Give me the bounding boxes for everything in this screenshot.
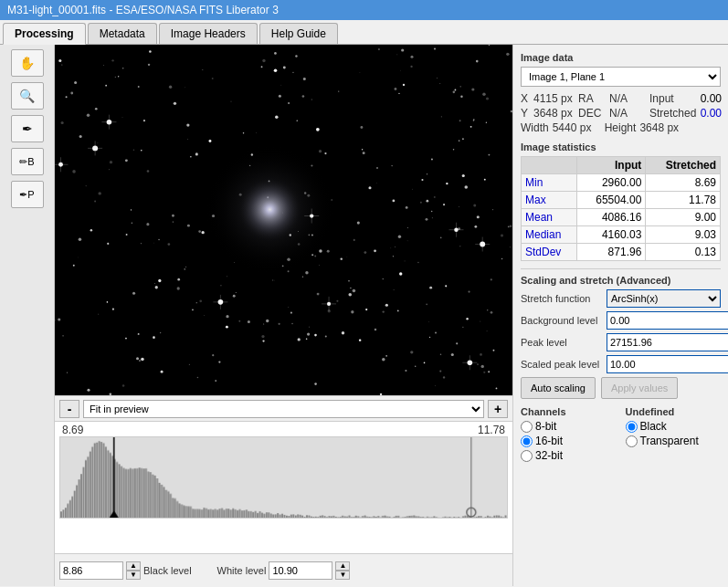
stretch-function-label: Stretch function <box>521 293 603 304</box>
image-selector-row: Image 1, Plane 1 <box>521 67 721 87</box>
image-view[interactable] <box>55 45 512 395</box>
divider-1 <box>521 268 721 269</box>
stats-header-input: Input <box>577 157 646 174</box>
undefined-black-label: Black <box>640 420 667 433</box>
x-type: RA <box>578 92 606 105</box>
white-level-input[interactable]: 10.90 <box>269 561 332 580</box>
white-level-spinner: ▲ ▼ <box>335 561 350 580</box>
zoom-tool-button[interactable]: 🔍 <box>11 82 44 110</box>
x-coord-row: X 4115 px RA N/A Input 0.00 <box>521 92 721 105</box>
histogram-labels: 8.69 11.78 <box>55 424 512 436</box>
peak-level-input[interactable] <box>607 333 728 351</box>
undefined-title: Undefined <box>626 406 722 417</box>
width-value: 5440 px <box>553 121 594 134</box>
title-bar: M31-light_00001.fits - ESA/ESO/NASA FITS… <box>0 0 728 20</box>
apply-values-button[interactable]: Apply values <box>601 377 678 399</box>
scaling-title: Scaling and stretch (Advanced) <box>521 275 721 286</box>
hand-tool-button[interactable]: ✋ <box>11 49 44 77</box>
stats-header-label <box>522 157 577 174</box>
black-level-down[interactable]: ▼ <box>126 571 141 580</box>
channel-16bit-radio[interactable] <box>521 435 533 447</box>
histogram-panel: 8.69 11.78 <box>55 421 512 553</box>
scaled-peak-row: Scaled peak level <box>521 355 721 373</box>
tab-bar: Processing Metadata Image Headers Help G… <box>0 20 728 45</box>
stats-table: Input Stretched Min 2960.00 8.69 Max 655… <box>521 156 721 261</box>
tab-metadata[interactable]: Metadata <box>88 23 157 44</box>
black-level-spinner: ▲ ▼ <box>126 561 141 580</box>
stats-row: Min 2960.00 8.69 <box>522 174 721 192</box>
pen-tool-button[interactable]: ✒P <box>11 181 44 208</box>
y-coord-row: Y 3648 px DEC N/A Stretched 0.00 <box>521 107 721 120</box>
channel-32bit-radio[interactable] <box>521 450 533 462</box>
y-value: 3648 px <box>533 107 575 120</box>
white-level-up[interactable]: ▲ <box>335 561 350 571</box>
eyedropper-tool-button[interactable]: ✒ <box>11 115 44 142</box>
background-level-input[interactable] <box>607 311 728 330</box>
window-title: M31-light_00001.fits - ESA/ESO/NASA FITS… <box>7 4 279 16</box>
channel-8bit-label: 8-bit <box>535 420 556 433</box>
scaled-peak-input[interactable] <box>607 355 728 373</box>
image-data-title: Image data <box>521 52 721 63</box>
histogram-canvas <box>60 437 507 518</box>
undefined-transparent-label: Transparent <box>640 435 699 447</box>
undefined-group: Undefined Black Transparent <box>626 406 722 464</box>
stats-row: Median 4160.03 9.03 <box>522 226 721 244</box>
right-panel: Image data Image 1, Plane 1 X 4115 px RA… <box>513 45 728 586</box>
x-value: 4115 px <box>533 92 575 105</box>
channel-16bit-label: 16-bit <box>535 435 563 447</box>
pencil-tool-button[interactable]: ✏B <box>11 148 44 175</box>
action-row: Auto scaling Apply values <box>521 377 721 399</box>
black-level-input[interactable]: 8.86 <box>59 561 123 580</box>
left-toolbar: ✋ 🔍 ✒ ✏B ✒P <box>0 45 55 586</box>
undefined-transparent-radio[interactable] <box>626 435 638 447</box>
stats-cell-input: 2960.00 <box>577 174 646 192</box>
stats-cell-label: StdDev <box>522 244 577 261</box>
image-panel: - Fit in preview 25% 50% 100% 200% + 8.6… <box>55 45 513 586</box>
stats-cell-input: 871.96 <box>577 244 646 261</box>
zoom-out-button[interactable]: - <box>59 400 79 418</box>
channels-group: Channels 8-bit 16-bit 32-bit <box>521 406 617 464</box>
star-canvas <box>55 45 512 395</box>
channel-32bit-item: 32-bit <box>521 449 617 462</box>
zoom-select[interactable]: Fit in preview 25% 50% 100% 200% <box>83 400 484 418</box>
black-level-group: 8.86 ▲ ▼ Black level <box>59 561 192 580</box>
y-mode: Stretched <box>649 107 686 120</box>
x-status: N/A <box>609 92 646 105</box>
height-value: 3648 px <box>639 121 681 134</box>
width-label: Width <box>521 121 549 134</box>
channel-8bit-radio[interactable] <box>521 421 533 433</box>
image-selector[interactable]: Image 1, Plane 1 <box>521 67 721 87</box>
peak-level-label: Peak level <box>521 337 603 348</box>
main-content: ✋ 🔍 ✒ ✏B ✒P - Fit in preview 25% 50% 100… <box>0 45 728 586</box>
tab-help-guide[interactable]: Help Guide <box>259 23 338 44</box>
tab-image-headers[interactable]: Image Headers <box>159 23 258 44</box>
height-label: Height <box>605 121 637 134</box>
y-status: N/A <box>609 107 646 120</box>
scaled-peak-label: Scaled peak level <box>521 359 603 370</box>
x-mode: Input <box>649 92 686 105</box>
histogram-container[interactable] <box>59 436 508 519</box>
white-level-down[interactable]: ▼ <box>335 571 350 580</box>
stats-cell-input: 65504.00 <box>577 192 646 209</box>
y-label: Y <box>521 107 530 120</box>
stats-header-stretched: Stretched <box>646 157 721 174</box>
undefined-black-radio[interactable] <box>626 421 638 433</box>
stats-row: StdDev 871.96 0.13 <box>522 244 721 261</box>
stats-row: Max 65504.00 11.78 <box>522 192 721 209</box>
stats-cell-stretched: 9.03 <box>646 226 721 244</box>
stats-cell-input: 4086.16 <box>577 209 646 226</box>
stats-cell-stretched: 9.00 <box>646 209 721 226</box>
channel-32bit-label: 32-bit <box>535 449 563 462</box>
peak-level-row: Peak level ⬇ <box>521 333 721 351</box>
y-num: 0.00 <box>690 107 722 120</box>
stretch-function-select[interactable]: ArcSinh(x) Linear Log Sqrt <box>607 289 721 308</box>
tab-processing[interactable]: Processing <box>3 23 86 45</box>
stats-cell-stretched: 8.69 <box>646 174 721 192</box>
black-level-up[interactable]: ▲ <box>126 561 141 571</box>
image-controls: - Fit in preview 25% 50% 100% 200% + <box>55 395 512 421</box>
auto-scaling-button[interactable]: Auto scaling <box>521 377 596 399</box>
stats-cell-label: Max <box>522 192 577 209</box>
undefined-black-item: Black <box>626 420 722 433</box>
zoom-in-button[interactable]: + <box>488 400 508 418</box>
channel-8bit-item: 8-bit <box>521 420 617 433</box>
